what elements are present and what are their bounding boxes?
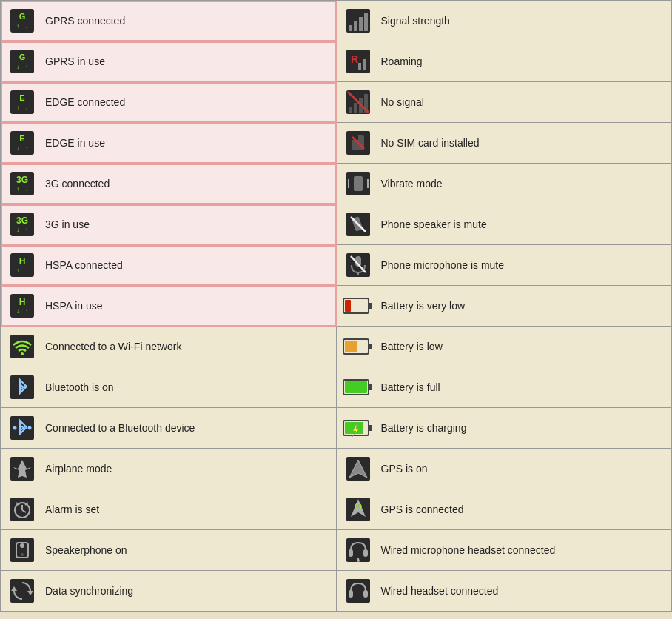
- gprs-connected-label: GPRS connected: [45, 14, 125, 27]
- svg-rect-63: [369, 303, 372, 309]
- 3g-in-use-icon: 3G ↓ ↑: [7, 209, 38, 240]
- vibrate-label: Vibrate mode: [381, 177, 443, 190]
- svg-rect-69: [345, 341, 357, 352]
- svg-rect-96: [363, 549, 368, 557]
- svg-rect-64: [345, 300, 351, 312]
- svg-point-75: [13, 426, 17, 430]
- roaming-icon: R: [343, 46, 374, 77]
- svg-text:H: H: [19, 256, 26, 267]
- wired-headset-label: Wired headset connected: [381, 584, 499, 598]
- edge-in-use-icon: E ↓ ↑: [7, 127, 38, 158]
- cell-edge-connected: E ↑ ↓ EDGE connected: [1, 82, 337, 123]
- bluetooth-on-label: Bluetooth is on: [45, 381, 114, 394]
- cell-wired-headset: Wired headset connected: [337, 571, 673, 612]
- cell-vibrate: Vibrate mode: [337, 164, 673, 204]
- svg-rect-6: [354, 21, 357, 31]
- no-signal-icon: [343, 87, 374, 118]
- hspa-in-use-icon: H ↓ ↑: [7, 290, 38, 321]
- gprs-in-use-icon: G ↓ ↑: [7, 46, 38, 77]
- signal-strength-label: Signal strength: [381, 14, 450, 27]
- cell-battery-full: Battery is full: [337, 367, 673, 408]
- mic-mute-icon: [343, 250, 374, 281]
- gps-connected-icon: [343, 494, 374, 525]
- cell-speakerphone: Speakerphone on: [1, 530, 337, 571]
- battery-full-label: Battery is full: [381, 381, 440, 394]
- svg-rect-79: [345, 422, 363, 434]
- no-sim-label: No SIM card installed: [381, 136, 480, 150]
- cell-wifi: Connected to a Wi-Fi network: [1, 327, 337, 367]
- 3g-connected-label: 3G connected: [45, 177, 110, 190]
- svg-text:↓: ↓: [25, 23, 28, 30]
- 3g-in-use-label: 3G in use: [45, 218, 90, 231]
- svg-rect-70: [10, 375, 34, 399]
- bluetooth-connected-icon: [7, 412, 38, 444]
- svg-text:↓: ↓: [16, 227, 19, 233]
- data-sync-label: Data synchronizing: [45, 584, 133, 598]
- svg-text:H: H: [19, 297, 26, 307]
- svg-rect-72: [369, 384, 372, 390]
- svg-rect-73: [345, 381, 367, 393]
- alarm-label: Alarm is set: [45, 503, 99, 516]
- svg-point-66: [21, 352, 24, 355]
- cell-gps-connected: GPS is connected: [337, 489, 673, 530]
- gprs-in-use-label: GPRS in use: [45, 55, 105, 68]
- cell-mic-mute: Phone microphone is mute: [337, 245, 673, 286]
- svg-text:↓: ↓: [16, 145, 19, 152]
- gprs-connected-icon: G ↑ ↓: [7, 5, 38, 36]
- svg-text:E: E: [19, 93, 24, 102]
- cell-battery-charging: Battery is charging: [337, 408, 673, 449]
- svg-text:↑: ↑: [16, 104, 19, 111]
- svg-rect-95: [349, 549, 353, 557]
- svg-text:↓: ↓: [16, 64, 19, 70]
- speaker-mute-label: Phone speaker is mute: [381, 218, 487, 231]
- svg-text:↑: ↑: [16, 186, 19, 193]
- svg-rect-68: [369, 344, 372, 349]
- cell-bluetooth-connected: Connected to a Bluetooth device: [1, 408, 337, 449]
- svg-rect-16: [363, 59, 366, 70]
- bluetooth-on-icon: [7, 372, 38, 403]
- alarm-icon: [7, 494, 38, 525]
- cell-wired-mic-headset: Wired microphone headset connected: [337, 530, 673, 571]
- hspa-in-use-label: HSPA in use: [45, 299, 103, 312]
- svg-point-93: [21, 553, 24, 556]
- edge-in-use-label: EDGE in use: [45, 136, 105, 150]
- svg-rect-102: [363, 590, 368, 598]
- cell-no-sim: No SIM card installed: [337, 123, 673, 164]
- wifi-label: Connected to a Wi-Fi network: [45, 340, 181, 353]
- gps-connected-label: GPS is connected: [381, 503, 464, 516]
- svg-rect-22: [349, 107, 352, 113]
- speakerphone-label: Speakerphone on: [45, 543, 127, 557]
- mic-mute-label: Phone microphone is mute: [381, 258, 505, 272]
- cell-no-signal: No signal: [337, 82, 673, 123]
- bluetooth-connected-label: Connected to a Bluetooth device: [45, 421, 195, 435]
- hspa-connected-icon: H ↑ ↓: [7, 250, 38, 281]
- cell-hspa-in-use: H ↓ ↑ HSPA in use: [1, 286, 337, 327]
- svg-point-76: [28, 426, 32, 430]
- hspa-connected-label: HSPA connected: [45, 258, 123, 272]
- icon-grid: G ↑ ↓ GPRS connected Signal strength G ↓: [0, 0, 672, 612]
- wired-mic-headset-label: Wired microphone headset connected: [381, 543, 556, 557]
- cell-battery-very-low: Battery is very low: [337, 286, 673, 327]
- cell-airplane: Airplane mode: [1, 449, 337, 489]
- cell-3g-in-use: 3G ↓ ↑ 3G in use: [1, 204, 337, 245]
- svg-text:3G: 3G: [16, 175, 28, 185]
- no-signal-label: No signal: [381, 96, 424, 109]
- svg-text:↑: ↑: [25, 145, 28, 152]
- svg-text:G: G: [19, 53, 26, 61]
- edge-connected-icon: E ↑ ↓: [7, 87, 38, 118]
- 3g-connected-icon: 3G ↑ ↓: [7, 168, 38, 199]
- svg-text:↓: ↓: [25, 186, 28, 193]
- svg-text:↑: ↑: [25, 308, 28, 315]
- roaming-label: Roaming: [381, 55, 423, 68]
- battery-low-label: Battery is low: [381, 340, 443, 353]
- cell-data-sync: Data synchronizing: [1, 571, 337, 612]
- cell-gprs-in-use: G ↓ ↑ GPRS in use: [1, 41, 337, 82]
- cell-gprs-connected: G ↑ ↓ GPRS connected: [1, 1, 337, 41]
- svg-rect-15: [358, 63, 361, 70]
- svg-text:G: G: [19, 12, 26, 21]
- svg-rect-90: [10, 538, 34, 562]
- svg-text:↑: ↑: [16, 267, 19, 274]
- svg-text:↓: ↓: [25, 104, 28, 111]
- svg-rect-5: [349, 25, 352, 31]
- battery-charging-icon: [343, 412, 374, 444]
